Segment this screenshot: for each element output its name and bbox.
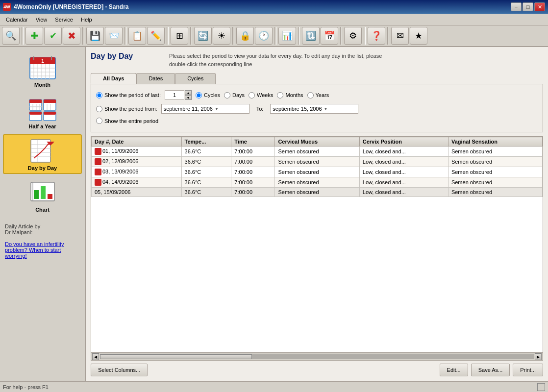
toolbar-search[interactable]: 🔍 (2, 27, 20, 45)
table-row[interactable]: 04, 14/09/200636.6°C7:00:00Semen obscure… (92, 177, 543, 188)
toolbar-edit[interactable]: ✏️ (147, 27, 165, 45)
days-radio[interactable] (224, 92, 230, 98)
period-last-radio[interactable] (96, 92, 102, 98)
minimize-button[interactable]: − (511, 2, 522, 11)
hscroll-thumb[interactable] (100, 354, 252, 359)
toolbar-save[interactable]: 💾 (86, 27, 104, 45)
cycles-radio[interactable] (196, 92, 202, 98)
toolbar-settings[interactable]: ⚙ (344, 27, 362, 45)
svg-rect-16 (29, 102, 42, 103)
period-from-radio[interactable] (96, 106, 102, 112)
weeks-radio[interactable] (249, 92, 255, 98)
table-row[interactable]: 03, 13/09/200636.6°C7:00:00Semen obscure… (92, 167, 543, 177)
select-columns-button[interactable]: Select Columns... (91, 364, 148, 376)
cell-mucus: Semen obscured (275, 188, 359, 197)
period-last-radio-label[interactable]: Show the period of last: (96, 92, 161, 98)
toolbar-calendar-tb[interactable]: 📅 (321, 27, 338, 45)
cell-day: 01, 11/09/2006 (92, 147, 182, 157)
article-link[interactable]: Do you have an infertility problem? When… (5, 241, 64, 259)
halfyear-label: Half a Year (28, 123, 56, 129)
toolbar-sep9 (340, 27, 342, 45)
period-entire-row: Show the entire period (96, 118, 538, 124)
sidebar: 1 Month (0, 47, 86, 381)
tab-alldays[interactable]: All Days (91, 73, 136, 84)
months-radio[interactable] (277, 92, 283, 98)
to-date-combo[interactable]: septiembre 15, 2006 ▼ (270, 104, 358, 114)
toolbar-email[interactable]: 📨 (105, 27, 123, 45)
chart-icon-sidebar (28, 179, 57, 206)
spin-down[interactable]: ▼ (185, 95, 192, 100)
tab-dates[interactable]: Dates (136, 73, 175, 84)
app-icon: 4W (3, 3, 11, 11)
menu-help[interactable]: Help (77, 16, 96, 24)
svg-rect-40 (34, 190, 39, 199)
cell-cervix: Low, closed and... (359, 147, 448, 157)
table-row[interactable]: 02, 12/09/200636.6°C7:00:00Semen obscure… (92, 157, 543, 167)
period-from-radio-label[interactable]: Show the period from: (96, 106, 157, 112)
cell-mucus: Semen obscured (275, 167, 359, 177)
menu-bar: Calendar View Service Help (0, 14, 548, 25)
toolbar-mail2[interactable]: ✉ (391, 27, 409, 45)
sidebar-item-month[interactable]: 1 Month (3, 51, 82, 91)
cell-cervix: Low, closed and... (359, 188, 448, 197)
years-radio-label[interactable]: Years (307, 92, 329, 98)
window-title: 4WomenOnly [UNREGISTERED] - Sandra (14, 3, 511, 10)
toolbar-star[interactable]: ★ (410, 27, 427, 45)
cycles-radio-label[interactable]: Cycles (196, 92, 220, 98)
save-as-button[interactable]: Save As... (471, 364, 510, 376)
table-row[interactable]: 05, 15/09/200636.6°C7:00:00Semen obscure… (92, 188, 543, 197)
sidebar-item-chart[interactable]: Chart (3, 176, 82, 216)
from-date-combo[interactable]: septiembre 11, 2006 ▼ (161, 104, 249, 114)
toolbar-delete[interactable]: ✖ (63, 27, 80, 45)
cell-time: 7:00:00 (231, 177, 275, 188)
tab-cycles[interactable]: Cycles (175, 73, 216, 84)
cell-mucus: Semen obscured (275, 147, 359, 157)
sidebar-item-daybyday[interactable]: Day by Day (3, 134, 82, 174)
hscroll-left-btn[interactable]: ◀ (92, 353, 99, 360)
period-last-row: Show the period of last: ▲ ▼ Cycles Days (96, 90, 538, 100)
hscroll-track[interactable] (100, 354, 534, 359)
cell-cervix: Low, closed and... (359, 167, 448, 177)
row-flag-icon (95, 158, 101, 165)
weeks-radio-label[interactable]: Weeks (249, 92, 273, 98)
months-radio-label[interactable]: Months (277, 92, 303, 98)
maximize-button[interactable]: □ (523, 2, 533, 11)
toolbar-refresh[interactable]: 🔄 (194, 27, 212, 45)
status-text: For help - press F1 (3, 384, 49, 390)
toolbar-chart2[interactable]: 📊 (278, 27, 296, 45)
close-button[interactable]: ✕ (534, 2, 545, 11)
edit-button[interactable]: Edit... (440, 364, 468, 376)
toolbar-help[interactable]: ❓ (368, 27, 385, 45)
menu-view[interactable]: View (32, 16, 51, 24)
toolbar-copy[interactable]: 📋 (128, 27, 146, 45)
toolbar-sun[interactable]: ☀ (213, 27, 230, 45)
month-icon: 1 (28, 54, 57, 81)
toolbar-clock[interactable]: 🕐 (255, 27, 273, 45)
svg-rect-30 (44, 112, 56, 115)
period-value-input[interactable] (165, 90, 184, 100)
print-button[interactable]: Print... (513, 364, 543, 376)
to-date-arrow: ▼ (324, 107, 328, 111)
row-flag-icon (95, 179, 101, 186)
daybyday-label: Day by Day (28, 165, 57, 171)
sidebar-item-halfyear[interactable]: Half a Year (3, 93, 82, 132)
to-label: To: (253, 106, 267, 112)
hscroll-right-btn[interactable]: ▶ (535, 353, 542, 360)
days-radio-label[interactable]: Days (224, 92, 245, 98)
years-radio[interactable] (307, 92, 314, 98)
period-entire-radio-label[interactable]: Show the entire period (96, 118, 158, 124)
toolbar-check[interactable]: ✔ (44, 27, 62, 45)
menu-calendar[interactable]: Calendar (2, 16, 32, 24)
toolbar-grid[interactable]: ⊞ (171, 27, 188, 45)
cell-temp: 36.6°C (181, 188, 231, 197)
toolbar-lock[interactable]: 🔒 (236, 27, 254, 45)
spin-up[interactable]: ▲ (185, 90, 192, 95)
toolbar-add[interactable]: ✚ (25, 27, 43, 45)
svg-rect-42 (48, 194, 52, 199)
table-row[interactable]: 01, 11/09/200636.6°C7:00:00Semen obscure… (92, 147, 543, 157)
cell-temp: 36.6°C (181, 147, 231, 157)
menu-service[interactable]: Service (51, 16, 77, 24)
from-date-arrow: ▼ (215, 107, 219, 111)
period-entire-radio[interactable] (96, 118, 102, 124)
toolbar-sync[interactable]: 🔃 (302, 27, 320, 45)
